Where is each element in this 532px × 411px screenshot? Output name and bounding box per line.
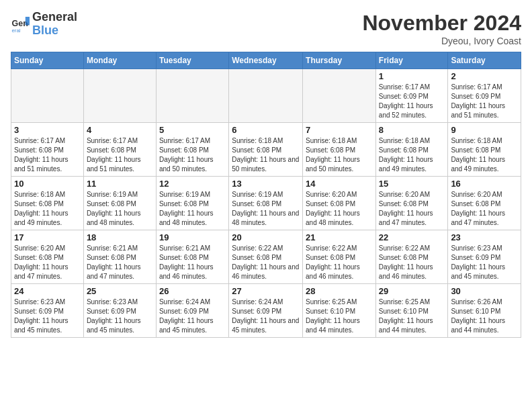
day-info: Sunrise: 6:22 AM Sunset: 6:08 PM Dayligh… [232, 244, 300, 281]
calendar-day-cell: 1Sunrise: 6:17 AM Sunset: 6:09 PM Daylig… [375, 69, 448, 123]
calendar-day-cell [156, 69, 228, 123]
calendar-day-cell: 19Sunrise: 6:21 AM Sunset: 6:08 PM Dayli… [156, 230, 228, 284]
day-number: 24 [14, 286, 81, 296]
calendar-day-cell [303, 69, 376, 123]
day-number: 29 [379, 286, 445, 296]
calendar-day-cell: 30Sunrise: 6:26 AM Sunset: 6:10 PM Dayli… [448, 284, 521, 338]
day-info: Sunrise: 6:17 AM Sunset: 6:09 PM Dayligh… [379, 83, 445, 120]
day-number: 22 [379, 232, 445, 242]
calendar-day-cell: 12Sunrise: 6:19 AM Sunset: 6:08 PM Dayli… [156, 177, 228, 230]
svg-text:eral: eral [12, 28, 21, 34]
day-number: 27 [232, 286, 300, 296]
calendar-day-cell: 25Sunrise: 6:23 AM Sunset: 6:09 PM Dayli… [83, 284, 156, 338]
calendar-day-cell: 20Sunrise: 6:22 AM Sunset: 6:08 PM Dayli… [229, 230, 303, 284]
day-info: Sunrise: 6:19 AM Sunset: 6:08 PM Dayligh… [159, 190, 226, 228]
calendar-day-cell: 11Sunrise: 6:19 AM Sunset: 6:08 PM Dayli… [83, 177, 156, 230]
day-info: Sunrise: 6:23 AM Sunset: 6:09 PM Dayligh… [14, 298, 81, 335]
calendar-day-cell: 14Sunrise: 6:20 AM Sunset: 6:08 PM Dayli… [303, 177, 376, 230]
day-number: 19 [159, 232, 226, 242]
day-info: Sunrise: 6:20 AM Sunset: 6:08 PM Dayligh… [14, 244, 81, 281]
logo-icon: Gen eral [11, 15, 30, 34]
day-of-week-header: Sunday [11, 52, 84, 69]
logo: Gen eral General Blue [11, 11, 77, 38]
calendar-day-cell: 7Sunrise: 6:18 AM Sunset: 6:08 PM Daylig… [303, 123, 376, 177]
day-info: Sunrise: 6:17 AM Sunset: 6:08 PM Dayligh… [159, 136, 226, 174]
calendar-day-cell: 15Sunrise: 6:20 AM Sunset: 6:08 PM Dayli… [375, 177, 448, 230]
day-number: 17 [14, 232, 81, 242]
day-info: Sunrise: 6:17 AM Sunset: 6:08 PM Dayligh… [87, 136, 153, 174]
day-number: 5 [159, 125, 226, 135]
day-number: 13 [232, 179, 300, 189]
calendar-day-cell: 6Sunrise: 6:18 AM Sunset: 6:08 PM Daylig… [229, 123, 303, 177]
calendar-week-row: 24Sunrise: 6:23 AM Sunset: 6:09 PM Dayli… [11, 284, 521, 338]
day-info: Sunrise: 6:24 AM Sunset: 6:09 PM Dayligh… [159, 298, 226, 335]
day-info: Sunrise: 6:22 AM Sunset: 6:08 PM Dayligh… [379, 244, 445, 281]
day-number: 4 [87, 125, 153, 135]
page-header: Gen eral General Blue November 2024 Dyeo… [11, 11, 521, 46]
logo-text: General Blue [32, 11, 77, 38]
calendar-day-cell: 13Sunrise: 6:19 AM Sunset: 6:08 PM Dayli… [229, 177, 303, 230]
calendar-day-cell [229, 69, 303, 123]
calendar-day-cell: 26Sunrise: 6:24 AM Sunset: 6:09 PM Dayli… [156, 284, 228, 338]
day-number: 8 [379, 125, 445, 135]
day-number: 26 [159, 286, 226, 296]
day-of-week-header: Wednesday [229, 52, 303, 69]
calendar-day-cell: 17Sunrise: 6:20 AM Sunset: 6:08 PM Dayli… [11, 230, 84, 284]
day-info: Sunrise: 6:18 AM Sunset: 6:08 PM Dayligh… [306, 136, 373, 174]
calendar-header-row: SundayMondayTuesdayWednesdayThursdayFrid… [11, 52, 521, 69]
calendar-day-cell: 9Sunrise: 6:18 AM Sunset: 6:08 PM Daylig… [448, 123, 521, 177]
day-number: 10 [14, 179, 81, 189]
day-info: Sunrise: 6:21 AM Sunset: 6:08 PM Dayligh… [159, 244, 226, 281]
calendar-day-cell: 27Sunrise: 6:24 AM Sunset: 6:09 PM Dayli… [229, 284, 303, 338]
day-number: 14 [306, 179, 373, 189]
day-of-week-header: Tuesday [156, 52, 228, 69]
day-number: 28 [306, 286, 373, 296]
calendar-day-cell: 24Sunrise: 6:23 AM Sunset: 6:09 PM Dayli… [11, 284, 84, 338]
day-of-week-header: Thursday [303, 52, 376, 69]
day-number: 1 [379, 71, 445, 81]
calendar-table: SundayMondayTuesdayWednesdayThursdayFrid… [11, 52, 521, 338]
day-of-week-header: Monday [83, 52, 156, 69]
day-number: 16 [451, 179, 518, 189]
day-info: Sunrise: 6:17 AM Sunset: 6:09 PM Dayligh… [451, 83, 518, 120]
calendar-day-cell: 5Sunrise: 6:17 AM Sunset: 6:08 PM Daylig… [156, 123, 228, 177]
day-of-week-header: Friday [375, 52, 448, 69]
calendar-week-row: 1Sunrise: 6:17 AM Sunset: 6:09 PM Daylig… [11, 69, 521, 123]
calendar-day-cell: 22Sunrise: 6:22 AM Sunset: 6:08 PM Dayli… [375, 230, 448, 284]
calendar-day-cell: 2Sunrise: 6:17 AM Sunset: 6:09 PM Daylig… [448, 69, 521, 123]
day-number: 11 [87, 179, 153, 189]
day-info: Sunrise: 6:19 AM Sunset: 6:08 PM Dayligh… [87, 190, 153, 228]
day-info: Sunrise: 6:18 AM Sunset: 6:08 PM Dayligh… [232, 136, 300, 174]
day-info: Sunrise: 6:24 AM Sunset: 6:09 PM Dayligh… [232, 298, 300, 335]
day-info: Sunrise: 6:22 AM Sunset: 6:08 PM Dayligh… [306, 244, 373, 281]
month-title: November 2024 [362, 11, 521, 36]
calendar-day-cell: 28Sunrise: 6:25 AM Sunset: 6:10 PM Dayli… [303, 284, 376, 338]
calendar-day-cell: 18Sunrise: 6:21 AM Sunset: 6:08 PM Dayli… [83, 230, 156, 284]
calendar-day-cell: 21Sunrise: 6:22 AM Sunset: 6:08 PM Dayli… [303, 230, 376, 284]
calendar-day-cell: 16Sunrise: 6:20 AM Sunset: 6:08 PM Dayli… [448, 177, 521, 230]
day-number: 3 [14, 125, 81, 135]
day-info: Sunrise: 6:19 AM Sunset: 6:08 PM Dayligh… [232, 190, 300, 228]
calendar-day-cell: 29Sunrise: 6:25 AM Sunset: 6:10 PM Dayli… [375, 284, 448, 338]
calendar-week-row: 3Sunrise: 6:17 AM Sunset: 6:08 PM Daylig… [11, 123, 521, 177]
day-info: Sunrise: 6:23 AM Sunset: 6:09 PM Dayligh… [451, 244, 518, 281]
day-of-week-header: Saturday [448, 52, 521, 69]
day-info: Sunrise: 6:25 AM Sunset: 6:10 PM Dayligh… [306, 298, 373, 335]
day-number: 9 [451, 125, 518, 135]
day-info: Sunrise: 6:26 AM Sunset: 6:10 PM Dayligh… [451, 298, 518, 335]
day-number: 2 [451, 71, 518, 81]
calendar-day-cell [11, 69, 84, 123]
day-info: Sunrise: 6:20 AM Sunset: 6:08 PM Dayligh… [451, 190, 518, 228]
day-number: 20 [232, 232, 300, 242]
day-info: Sunrise: 6:23 AM Sunset: 6:09 PM Dayligh… [87, 298, 153, 335]
day-info: Sunrise: 6:25 AM Sunset: 6:10 PM Dayligh… [379, 298, 445, 335]
calendar-day-cell: 10Sunrise: 6:18 AM Sunset: 6:08 PM Dayli… [11, 177, 84, 230]
day-info: Sunrise: 6:21 AM Sunset: 6:08 PM Dayligh… [87, 244, 153, 281]
title-area: November 2024 Dyeou, Ivory Coast [362, 11, 521, 46]
calendar-day-cell: 4Sunrise: 6:17 AM Sunset: 6:08 PM Daylig… [83, 123, 156, 177]
calendar-day-cell: 8Sunrise: 6:18 AM Sunset: 6:08 PM Daylig… [375, 123, 448, 177]
day-info: Sunrise: 6:18 AM Sunset: 6:08 PM Dayligh… [14, 190, 81, 228]
day-number: 15 [379, 179, 445, 189]
day-number: 21 [306, 232, 373, 242]
calendar-week-row: 10Sunrise: 6:18 AM Sunset: 6:08 PM Dayli… [11, 177, 521, 230]
